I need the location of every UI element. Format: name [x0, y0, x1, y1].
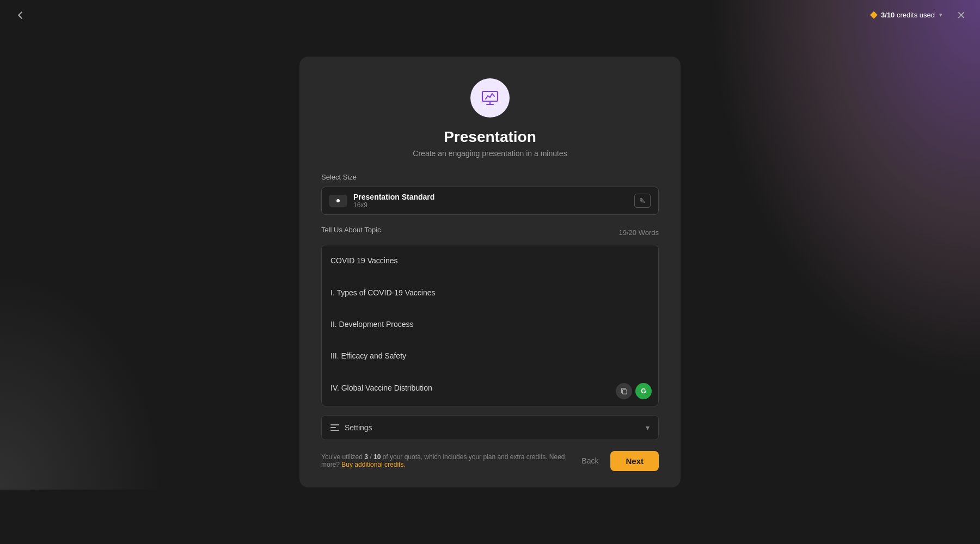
credits-badge[interactable]: 3/10 credits used ▾	[870, 11, 942, 19]
top-bar: 3/10 credits used ▾ ✕	[0, 0, 980, 30]
edit-icon[interactable]: ✎	[634, 194, 651, 208]
footer-text: You've utilized 3 / 10 of your quota, wh…	[321, 453, 567, 468]
settings-line-3	[330, 430, 339, 431]
footer-actions: Back Next	[576, 451, 659, 471]
topic-content-area[interactable]: COVID 19 Vaccines I. Types of COVID-19 V…	[321, 245, 659, 406]
topic-line-6	[330, 333, 650, 347]
footer-total: 10	[373, 453, 381, 461]
grammarly-icon-button[interactable]: G	[635, 383, 652, 399]
settings-line-2	[330, 427, 336, 428]
size-selector[interactable]: Presentation Standard 16x9 ✎	[321, 187, 659, 215]
chevron-down-icon: ▾	[939, 11, 942, 18]
topic-line-4	[330, 302, 650, 316]
buy-credits-link[interactable]: Buy additional credits.	[341, 461, 405, 468]
modal-title: Presentation	[321, 128, 659, 146]
settings-row[interactable]: Settings ▾	[321, 415, 659, 440]
next-button[interactable]: Next	[610, 451, 659, 471]
close-button[interactable]: ✕	[953, 5, 969, 25]
topic-line-8	[330, 365, 650, 379]
settings-lines-icon	[330, 424, 339, 431]
footer-used: 3	[364, 453, 368, 461]
diamond-icon	[870, 11, 878, 19]
settings-left: Settings	[330, 423, 372, 432]
settings-label: Settings	[345, 423, 372, 432]
modal-subtitle: Create an engaging presentation in a min…	[321, 149, 659, 158]
credits-area: 3/10 credits used ▾ ✕	[870, 5, 969, 25]
size-thumb-dot	[336, 199, 340, 202]
topic-line-1: COVID 19 Vaccines	[330, 254, 650, 268]
size-left: Presentation Standard 16x9	[329, 193, 434, 209]
presentation-icon-circle	[470, 78, 510, 118]
topic-line-9: IV. Global Vaccine Distribution	[330, 381, 650, 395]
topic-line-3: I. Types of COVID-19 Vaccines	[330, 286, 650, 300]
modal-container: Presentation Create an engaging presenta…	[299, 57, 681, 487]
topic-line-5: II. Development Process	[330, 318, 650, 331]
topic-line-7: III. Efficacy and Safety	[330, 349, 650, 363]
copy-icon-button[interactable]	[616, 383, 632, 399]
topic-line-2	[330, 270, 650, 283]
settings-chevron-icon: ▾	[646, 423, 650, 432]
size-thumbnail	[329, 195, 347, 207]
size-name: Presentation Standard	[353, 193, 434, 201]
modal-footer: You've utilized 3 / 10 of your quota, wh…	[321, 451, 659, 471]
settings-line-1	[330, 424, 339, 425]
select-size-label: Select Size	[321, 173, 659, 181]
size-dim: 16x9	[353, 201, 434, 209]
credits-text: 3/10 credits used	[881, 11, 935, 19]
word-count: 19/20 Words	[619, 228, 659, 237]
modal-overlay: Presentation Create an engaging presenta…	[0, 0, 980, 544]
modal-icon-wrapper	[321, 78, 659, 118]
topic-label: Tell Us About Topic	[321, 226, 381, 234]
size-info: Presentation Standard 16x9	[353, 193, 434, 209]
topic-header: Tell Us About Topic 19/20 Words	[321, 226, 659, 239]
topic-action-icons: G	[616, 383, 652, 399]
svg-rect-3	[622, 390, 627, 394]
back-arrow-button[interactable]	[11, 6, 29, 24]
back-button[interactable]: Back	[576, 453, 604, 468]
